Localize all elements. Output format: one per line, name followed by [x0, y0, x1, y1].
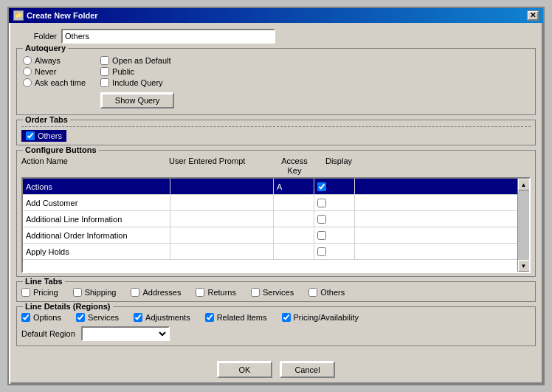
line-details-row: Options Services Adjustments Related Ite…	[21, 313, 531, 322]
autoquery-always-radio[interactable]	[23, 56, 32, 65]
line-tab-services-checkbox[interactable]	[251, 288, 260, 297]
autoquery-never-radio[interactable]	[23, 67, 32, 76]
line-tab-returns-checkbox[interactable]	[196, 288, 204, 297]
configure-buttons-label: Configure Buttons	[23, 145, 99, 154]
scroll-up-button[interactable]: ▲	[518, 179, 530, 190]
title-bar-left: 📁 Create New Folder	[13, 10, 98, 21]
line-details-section-label: Line Details (Regions)	[23, 302, 113, 311]
row-prompt[interactable]	[170, 227, 274, 243]
row-prompt[interactable]	[170, 195, 274, 210]
configure-buttons-content: Action Name User Entered Prompt AccessKe…	[17, 151, 535, 276]
table-row[interactable]: Actions A	[23, 179, 517, 195]
autoquery-radio-group: Always Never Ask each time	[23, 56, 86, 109]
dialog-icon: 📁	[13, 10, 24, 21]
autoquery-ask-label: Ask each time	[35, 78, 86, 87]
row-display[interactable]	[314, 211, 355, 227]
folder-row: Folder	[16, 29, 536, 44]
autoquery-always: Always	[23, 56, 86, 65]
table-row[interactable]: Add Customer	[23, 195, 517, 211]
include-query-checkbox[interactable]	[100, 78, 109, 87]
row-display[interactable]	[314, 227, 355, 243]
dialog-footer: OK Cancel	[9, 358, 543, 384]
line-details-section: Line Details (Regions) Options Services …	[16, 306, 536, 346]
row-display[interactable]	[314, 244, 355, 259]
region-pricing-availability-checkbox[interactable]	[282, 313, 291, 322]
region-services: Services	[76, 313, 119, 322]
row-access-key[interactable]	[274, 195, 314, 210]
default-region-row: Default Region	[21, 326, 531, 341]
default-region-label: Default Region	[21, 329, 75, 338]
line-tab-addresses-checkbox[interactable]	[131, 288, 139, 297]
open-as-default-checkbox[interactable]	[100, 56, 109, 65]
col-user-prompt: User Entered Prompt	[169, 157, 272, 176]
line-tab-pricing: Pricing	[21, 288, 58, 297]
line-tab-services-label: Services	[263, 288, 294, 297]
order-tabs-section: Order Tabs Others	[16, 120, 536, 145]
line-tab-returns-label: Returns	[207, 288, 236, 297]
line-tab-shipping-checkbox[interactable]	[73, 288, 82, 297]
col-display: Display	[317, 157, 361, 176]
line-tab-pricing-checkbox[interactable]	[21, 288, 30, 297]
row-access-key[interactable]	[274, 244, 314, 259]
col-access-key: AccessKey	[272, 157, 317, 176]
region-adjustments-checkbox[interactable]	[134, 313, 142, 322]
row-prompt[interactable]	[170, 244, 274, 259]
row-access-key[interactable]	[274, 211, 314, 227]
open-as-default-item: Open as Default	[100, 56, 174, 65]
autoquery-section: Autoquery Always Never Ask each time	[16, 48, 536, 115]
table-scrollbar[interactable]: ▲ ▼	[517, 179, 529, 272]
row-display-checkbox[interactable]	[317, 215, 326, 224]
others-tab[interactable]: Others	[21, 130, 66, 142]
folder-input[interactable]	[61, 29, 275, 44]
open-as-default-label: Open as Default	[112, 56, 171, 65]
row-display-checkbox[interactable]	[317, 231, 326, 240]
row-action-name: Apply Holds	[23, 244, 170, 259]
row-display-checkbox[interactable]	[317, 182, 326, 191]
row-display-checkbox[interactable]	[317, 199, 326, 207]
table-row[interactable]: Additional Order Information	[23, 227, 517, 244]
line-tab-pricing-label: Pricing	[33, 288, 58, 297]
region-adjustments: Adjustments	[134, 313, 190, 322]
public-checkbox[interactable]	[100, 67, 109, 76]
region-options-checkbox[interactable]	[21, 313, 30, 322]
scroll-down-button[interactable]: ▼	[518, 260, 530, 272]
row-prompt[interactable]	[170, 179, 274, 194]
include-query-item: Include Query	[100, 78, 174, 87]
row-display[interactable]	[314, 179, 355, 194]
ok-button[interactable]: OK	[217, 361, 272, 378]
folder-label: Folder	[16, 32, 57, 41]
row-access-key[interactable]: A	[274, 179, 314, 194]
order-tabs-section-label: Order Tabs	[23, 115, 70, 124]
line-tabs-section-label: Line Tabs	[23, 277, 65, 286]
others-tab-checkbox[interactable]	[26, 131, 35, 140]
region-pricing-availability: Pricing/Availability	[282, 313, 359, 322]
dialog-title: Create New Folder	[27, 11, 98, 20]
public-item: Public	[100, 67, 174, 76]
show-query-button[interactable]: Show Query	[100, 92, 174, 109]
cancel-button[interactable]: Cancel	[280, 361, 335, 378]
table-row[interactable]: Apply Holds	[23, 244, 517, 260]
autoquery-always-label: Always	[35, 56, 61, 65]
title-bar: 📁 Create New Folder ✕	[9, 8, 543, 23]
line-tab-services: Services	[251, 288, 294, 297]
line-tab-addresses-label: Addresses	[142, 288, 181, 297]
row-display-checkbox[interactable]	[317, 247, 326, 256]
autoquery-never-label: Never	[35, 67, 56, 76]
row-prompt[interactable]	[170, 211, 274, 227]
row-access-key[interactable]	[274, 227, 314, 243]
row-action-name: Add Customer	[23, 195, 170, 210]
region-options: Options	[21, 313, 61, 322]
region-related-items-checkbox[interactable]	[205, 313, 214, 322]
region-related-items: Related Items	[205, 313, 267, 322]
row-display[interactable]	[314, 195, 355, 210]
configure-buttons-section: Configure Buttons Action Name User Enter…	[16, 150, 536, 277]
line-tab-others-checkbox[interactable]	[308, 288, 317, 297]
default-region-select[interactable]	[81, 326, 170, 341]
close-button[interactable]: ✕	[527, 10, 539, 21]
region-services-checkbox[interactable]	[76, 313, 85, 322]
autoquery-ask-radio[interactable]	[23, 78, 32, 87]
table-row[interactable]: Additional Line Information	[23, 211, 517, 227]
line-tabs-content: Pricing Shipping Addresses Returns Servi…	[17, 282, 535, 301]
region-related-items-label: Related Items	[217, 313, 267, 322]
public-label: Public	[112, 67, 134, 76]
